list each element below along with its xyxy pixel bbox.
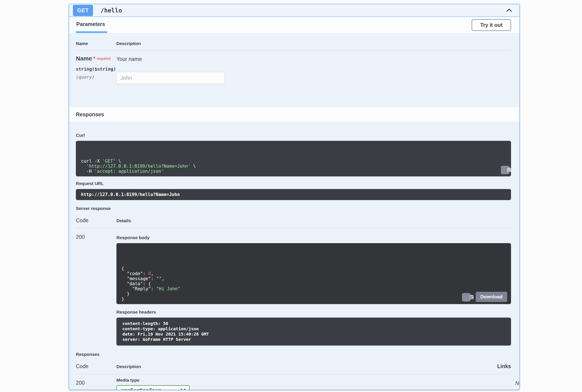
server-response-details-header: Details	[116, 218, 511, 223]
server-response-label: Server response	[76, 206, 511, 211]
request-url-label: Request URL	[76, 181, 511, 186]
download-button[interactable]: Download	[476, 292, 507, 302]
parameter-description: Your name	[116, 56, 511, 62]
response-body-label: Response body	[116, 235, 511, 240]
try-it-out-button[interactable]: Try it out	[472, 19, 511, 31]
column-header-description: Description	[116, 41, 511, 46]
no-links-text: No links	[500, 374, 520, 390]
responses-code-header: Code	[76, 363, 116, 370]
endpoint-path: /hello	[101, 7, 122, 14]
curl-code-block: curl -X 'GET' \ 'http://127.0.0.1:8199/h…	[76, 141, 511, 176]
request-url-value: http://127.0.0.1:8199/hello?Name=John	[76, 189, 511, 200]
parameters-body: Name Description Name*required string($s…	[69, 33, 520, 107]
copy-to-clipboard-icon	[499, 164, 512, 176]
parameter-location: (query)	[76, 75, 116, 80]
chevron-down-icon	[180, 388, 186, 390]
column-header-name: Name	[76, 41, 116, 46]
server-response-code-header: Code	[76, 217, 116, 224]
parameter-row-name: Name*required string($string) (query) Yo…	[76, 50, 511, 84]
copy-to-clipboard-icon	[458, 291, 474, 304]
http-method-badge: GET	[73, 5, 93, 16]
copy-curl-button[interactable]	[501, 166, 509, 174]
responses-body: Curl curl -X 'GET' \ 'http://127.0.0.1:8…	[69, 133, 520, 390]
media-type-label: Media type	[116, 378, 500, 383]
parameters-section-header: Parameters Try it out	[69, 17, 520, 33]
responses-section-header: Responses	[69, 107, 520, 122]
parameter-value-input[interactable]	[116, 72, 225, 84]
parameter-name: Name	[76, 55, 92, 62]
responses-section-title: Responses	[76, 112, 104, 118]
copy-response-button[interactable]	[462, 293, 470, 302]
response-body-block: Download { "code": 0, "message": "", "da…	[116, 243, 511, 304]
response-doc-status-code: 200	[76, 374, 116, 390]
curl-label: Curl	[76, 133, 511, 138]
server-response-status-code: 200	[76, 228, 116, 346]
responses-description-header: Description	[116, 364, 477, 369]
parameter-type: string($string)	[76, 66, 116, 72]
response-headers-block: content-length: 50content-type: applicat…	[116, 318, 511, 346]
collapse-button[interactable]	[505, 7, 513, 14]
responses-links-header: Links	[477, 363, 511, 370]
operation-block-get-hello: GET /hello Parameters Try it out Name De…	[69, 4, 520, 390]
media-type-select[interactable]: application/json	[116, 385, 190, 390]
responses-doc-label: Responses	[76, 352, 511, 357]
media-type-value: application/json	[121, 387, 161, 390]
response-headers-label: Response headers	[116, 310, 511, 314]
chevron-up-icon	[506, 8, 512, 13]
required-label: required	[96, 56, 110, 61]
response-row-200: 200 Media type application/json Controls…	[76, 374, 511, 390]
tab-parameters: Parameters	[76, 17, 107, 33]
operation-summary-bar[interactable]: GET /hello	[69, 4, 520, 17]
required-star: *	[93, 56, 95, 62]
